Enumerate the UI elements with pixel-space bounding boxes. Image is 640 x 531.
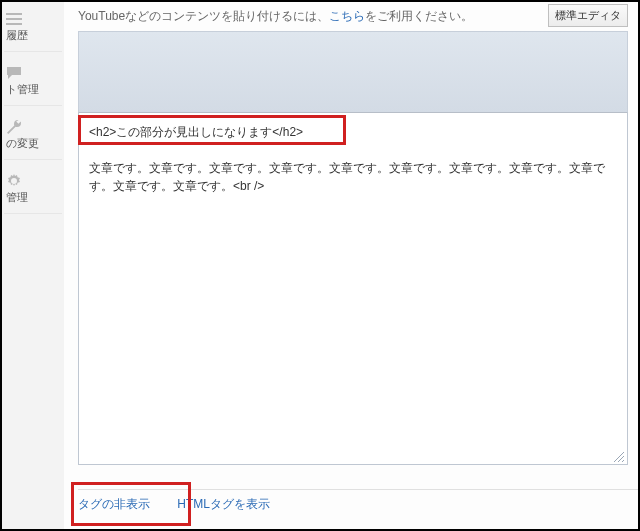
footer-links: タグの非表示 HTMLタグを表示 bbox=[78, 489, 638, 513]
editor-line: 文章です。文章です。文章です。文章です。文章です。文章です。文章です。文章です。… bbox=[89, 161, 605, 193]
hint-suffix: をご利用ください。 bbox=[365, 9, 473, 23]
speech-icon bbox=[6, 66, 22, 80]
main-area: YouTubeなどのコンテンツを貼り付けるには、こちらをご利用ください。 標準エ… bbox=[64, 2, 638, 529]
sidebar-item-manage[interactable]: ト管理 bbox=[2, 56, 64, 101]
gear-icon bbox=[6, 174, 22, 188]
hide-tags-link[interactable]: タグの非表示 bbox=[78, 497, 150, 511]
sidebar-item-change[interactable]: の変更 bbox=[2, 110, 64, 155]
svg-rect-1 bbox=[6, 18, 22, 20]
hint-link[interactable]: こちら bbox=[329, 9, 365, 23]
svg-rect-0 bbox=[6, 13, 22, 15]
hint-prefix: YouTubeなどのコンテンツを貼り付けるには、 bbox=[78, 9, 329, 23]
html-editor[interactable]: <h2>この部分が見出しになります</h2> 文章です。文章です。文章です。文章… bbox=[79, 113, 627, 464]
list-icon bbox=[6, 12, 22, 26]
svg-rect-2 bbox=[6, 23, 22, 25]
show-html-link[interactable]: HTMLタグを表示 bbox=[177, 497, 270, 511]
editor-mode-button[interactable]: 標準エディタ bbox=[548, 4, 628, 27]
sidebar-item-label: の変更 bbox=[6, 137, 39, 149]
sidebar-item-label: 管理 bbox=[6, 191, 28, 203]
editor-container: <h2>この部分が見出しになります</h2> 文章です。文章です。文章です。文章… bbox=[78, 113, 628, 465]
sidebar-item-settings[interactable]: 管理 bbox=[2, 164, 64, 209]
wrench-icon bbox=[6, 120, 22, 134]
sidebar-item-label: ト管理 bbox=[6, 83, 39, 95]
editor-toolbar bbox=[78, 31, 628, 113]
sidebar: 履歴 ト管理 の変更 bbox=[2, 2, 65, 529]
sidebar-item-label: 履歴 bbox=[6, 29, 28, 41]
editor-line: <h2>この部分が見出しになります</h2> bbox=[89, 125, 303, 139]
sidebar-item-history[interactable]: 履歴 bbox=[2, 2, 64, 47]
